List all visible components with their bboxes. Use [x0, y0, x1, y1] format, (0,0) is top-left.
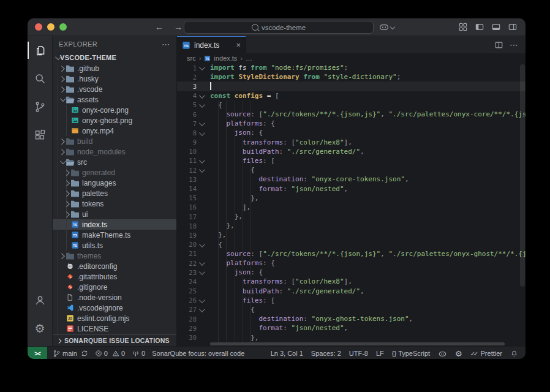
code-line-25[interactable]: 25 buildPath: "./src/generated/", — [177, 287, 526, 296]
remote-indicator[interactable]: >< — [28, 347, 47, 359]
tree-item-makeTheme.ts[interactable]: TSmakeTheme.ts — [53, 230, 176, 240]
vertical-scrollbar[interactable] — [520, 63, 525, 341]
code-area[interactable]: 1import fs from "node:fs/promises";2impo… — [177, 63, 526, 346]
copilot-menu[interactable] — [379, 21, 394, 32]
tree-item-.node-version[interactable]: .node-version — [53, 292, 176, 303]
tree-item-palettes[interactable]: palettes — [53, 188, 176, 198]
split-editor-icon[interactable] — [494, 40, 503, 50]
fold-chevron-icon[interactable] — [197, 159, 206, 163]
tree-item-themes[interactable]: themes — [53, 251, 176, 261]
fold-chevron-icon[interactable] — [197, 66, 206, 70]
code-line-15[interactable]: 15 }, — [177, 194, 526, 203]
fold-chevron-icon[interactable] — [197, 168, 206, 172]
tree-item-utils.ts[interactable]: TSutils.ts — [53, 240, 176, 251]
activity-source-control[interactable] — [28, 92, 52, 121]
close-button[interactable] — [35, 23, 42, 31]
fold-chevron-icon[interactable] — [197, 270, 206, 274]
code-line-16[interactable]: 16 ], — [177, 203, 526, 212]
encoding[interactable]: UTF-8 — [349, 350, 368, 357]
close-tab-icon[interactable]: × — [236, 40, 241, 50]
eol[interactable]: LF — [376, 350, 384, 357]
sonarlint-gear-icon[interactable]: ⚙ — [455, 349, 462, 358]
breadcrumb-symbol[interactable]: … — [246, 55, 252, 62]
activity-settings[interactable]: ⚙ — [28, 314, 52, 342]
zoom-button[interactable] — [59, 23, 67, 31]
code-line-5[interactable]: 5 { — [177, 100, 526, 110]
tree-item-onyx-ghost.png[interactable]: onyx-ghost.png — [53, 115, 176, 126]
code-line-12[interactable]: 12 { — [177, 165, 526, 175]
formatter-status[interactable]: ✓✓ Prettier — [470, 350, 502, 357]
more-actions-icon[interactable]: ⋯ — [510, 40, 518, 50]
command-center-search[interactable]: vscode-theme — [184, 21, 374, 34]
tree-item-partial[interactable] — [53, 334, 176, 334]
tree-item-onyx-core.png[interactable]: onyx-core.png — [53, 105, 176, 115]
code-line-29[interactable]: 29 format: "json/nested", — [177, 323, 526, 333]
forward-button[interactable]: → — [174, 22, 183, 32]
chevron-right-icon[interactable] — [64, 170, 70, 175]
explorer-actions-icon[interactable]: ⋯ — [162, 40, 170, 49]
code-line-28[interactable]: 28 destination: "onyx-ghost-tokens.json"… — [177, 314, 526, 323]
bell-icon[interactable] — [510, 350, 518, 358]
code-line-10[interactable]: 10 buildPath: "./src/generated/", — [177, 147, 526, 156]
fold-chevron-icon[interactable] — [197, 261, 206, 265]
indentation[interactable]: Spaces: 2 — [311, 350, 341, 357]
code-line-22[interactable]: 22 platforms: { — [177, 258, 526, 268]
fold-chevron-icon[interactable] — [197, 307, 206, 312]
code-line-24[interactable]: 24 transforms: ["color/hex8"], — [177, 277, 526, 286]
chevron-right-icon[interactable] — [59, 149, 65, 154]
tree-item-ui[interactable]: ui — [53, 209, 176, 219]
tree-item-.gitattributes[interactable]: .gitattributes — [53, 271, 176, 282]
activity-search[interactable] — [28, 64, 52, 92]
problems-status[interactable]: 0 0 — [95, 350, 125, 357]
tree-item-.gitignore[interactable]: .gitignore — [53, 282, 176, 292]
chevron-right-icon[interactable] — [64, 212, 70, 216]
fold-chevron-icon[interactable] — [197, 298, 206, 303]
code-line-11[interactable]: 11 files: [ — [177, 156, 526, 165]
chevron-right-icon[interactable] — [59, 254, 65, 258]
code-line-3[interactable]: 3 — [177, 81, 526, 91]
code-line-7[interactable]: 7 platforms: { — [177, 119, 526, 128]
sonarqube-section-header[interactable]: SONARQUBE ISSUE LOCATIONS — [53, 334, 176, 346]
code-line-19[interactable]: 19 }, — [177, 230, 526, 239]
fold-chevron-icon[interactable] — [197, 131, 206, 135]
tree-item-languages[interactable]: languages — [53, 178, 176, 188]
code-line-18[interactable]: 18 }, — [177, 221, 526, 230]
activity-account[interactable] — [28, 286, 52, 314]
code-line-27[interactable]: 27 { — [177, 305, 526, 314]
chevron-down-icon[interactable] — [59, 97, 65, 102]
code-line-17[interactable]: 17 }, — [177, 212, 526, 221]
chevron-down-icon[interactable] — [59, 160, 65, 164]
sonarqube-status[interactable]: SonarQube focus: overall code — [152, 350, 244, 357]
chevron-right-icon[interactable] — [64, 181, 70, 185]
copilot-icon[interactable] — [438, 349, 447, 358]
fold-chevron-icon[interactable] — [197, 94, 206, 98]
toggle-sidebar-icon[interactable] — [475, 22, 484, 32]
code-line-2[interactable]: 2import StyleDictionary from "style-dict… — [177, 72, 526, 81]
tree-item-.vscodeignore[interactable]: .vscodeignore — [53, 303, 176, 313]
chevron-right-icon[interactable] — [59, 87, 65, 91]
chevron-right-icon[interactable] — [64, 202, 70, 206]
tree-item-node_modules[interactable]: node_modules — [53, 146, 176, 157]
fold-chevron-icon[interactable] — [197, 103, 206, 107]
tree-item-src[interactable]: src — [53, 157, 176, 167]
language-mode[interactable]: {} TypeScript — [392, 350, 430, 357]
code-line-9[interactable]: 9 transforms: ["color/hex8"], — [177, 138, 526, 147]
tree-item-onyx.mp4[interactable]: onyx.mp4 — [53, 126, 176, 136]
tree-item-build[interactable]: build — [53, 136, 176, 146]
minimize-button[interactable] — [47, 23, 55, 31]
tree-item-assets[interactable]: assets — [53, 94, 176, 105]
fold-chevron-icon[interactable] — [197, 243, 206, 247]
activity-explorer[interactable] — [28, 36, 52, 64]
tree-item-eslint.config.mjs[interactable]: JSeslint.config.mjs — [53, 313, 176, 323]
code-line-4[interactable]: 4const configs = [ — [177, 91, 526, 100]
tree-item-index.ts[interactable]: TSindex.ts — [53, 219, 176, 230]
tree-item-.husky[interactable]: .husky — [53, 74, 176, 84]
code-line-26[interactable]: 26 files: [ — [177, 296, 526, 305]
horizontal-scrollbar[interactable] — [210, 342, 517, 345]
code-line-1[interactable]: 1import fs from "node:fs/promises"; — [177, 63, 526, 72]
breadcrumb-file[interactable]: index.ts — [214, 55, 237, 62]
customize-layout-icon[interactable] — [458, 22, 468, 32]
ports-status[interactable]: 0 — [132, 350, 145, 358]
back-button[interactable]: ← — [155, 22, 164, 32]
code-line-8[interactable]: 8 json: { — [177, 128, 526, 137]
